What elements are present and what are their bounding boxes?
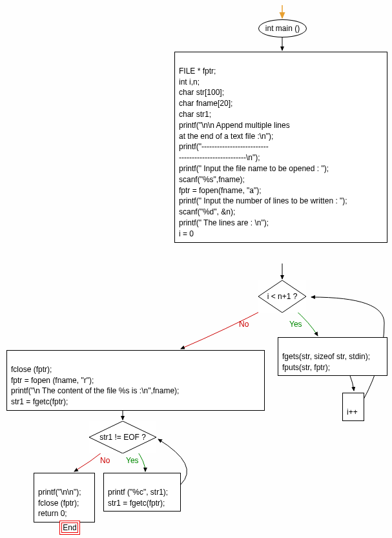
node-final-label: printf("\n\n"); fclose (fptr); return 0; <box>38 488 81 519</box>
node-loop2-label: printf ("%c", str1); str1 = fgetc(fptr); <box>108 488 168 508</box>
node-incr-label: i++ <box>347 408 358 417</box>
node-end: End <box>59 521 80 535</box>
node-cond1-label: i < n+1 ? <box>267 292 298 301</box>
edge-label-no1: No <box>239 320 249 329</box>
node-loop2: printf ("%c", str1); str1 = fgetc(fptr); <box>103 473 181 512</box>
node-afterloop-label: fclose (fptr); fptr = fopen (fname, "r")… <box>11 365 179 406</box>
node-loop1: fgets(str, sizeof str, stdin); fputs(str… <box>278 337 387 376</box>
node-afterloop: fclose (fptr); fptr = fopen (fname, "r")… <box>6 350 265 411</box>
edge-label-no2: No <box>100 456 110 465</box>
edge-label-yes1: Yes <box>289 320 302 329</box>
node-cond1: i < n+1 ? <box>258 280 306 313</box>
node-final: printf("\n\n"); fclose (fptr); return 0; <box>34 473 95 522</box>
node-cond2: str1 != EOF ? <box>89 421 156 453</box>
node-main-label: int main () <box>265 24 300 33</box>
node-main: int main () <box>258 19 307 37</box>
node-cond2-label: str1 != EOF ? <box>99 433 146 442</box>
edge-label-yes2: Yes <box>126 456 139 465</box>
node-end-label: End <box>63 523 76 532</box>
node-init-label: FILE * fptr; int i,n; char str[100]; cha… <box>179 67 347 238</box>
node-init: FILE * fptr; int i,n; char str[100]; cha… <box>174 52 387 243</box>
node-incr: i++ <box>342 393 364 421</box>
node-loop1-label: fgets(str, sizeof str, stdin); fputs(str… <box>282 352 370 372</box>
